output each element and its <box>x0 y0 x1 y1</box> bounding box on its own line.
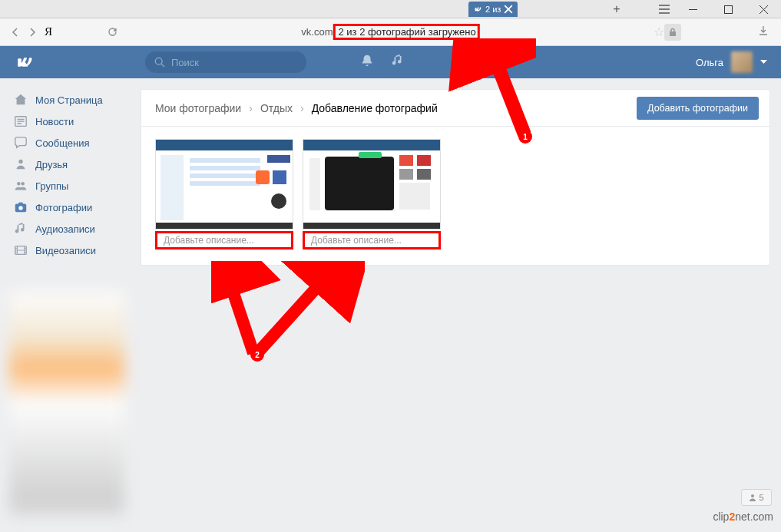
photo-thumbnail[interactable] <box>303 139 441 230</box>
description-placeholder: Добавьте описание... <box>164 235 254 246</box>
friends-icon <box>14 157 28 171</box>
nav-back-button[interactable] <box>8 25 23 40</box>
tab-close-icon[interactable] <box>504 5 513 14</box>
chevron-right-icon: › <box>300 102 304 114</box>
annotation-marker-1: 1 <box>518 130 532 144</box>
description-placeholder: Добавьте описание... <box>311 235 402 246</box>
add-photos-button[interactable]: Добавить фотографии <box>637 97 759 120</box>
username: Ольга <box>696 57 723 68</box>
chevron-right-icon: › <box>249 102 253 114</box>
share-count: 5 <box>759 493 763 502</box>
sidebar-item-label: Новости <box>35 116 74 127</box>
downloads-icon[interactable] <box>758 25 769 39</box>
sidebar-item-label: Группы <box>35 180 68 192</box>
svg-rect-0 <box>724 5 732 13</box>
sidebar-item-audio[interactable]: Аудиозаписи <box>11 218 127 240</box>
notifications-icon[interactable] <box>360 54 376 71</box>
lock-icon[interactable] <box>664 24 681 41</box>
yandex-button[interactable]: Я <box>45 25 60 38</box>
sidebar-item-label: Моя Страница <box>35 94 103 106</box>
sidebar-item-my-page[interactable]: Моя Страница <box>11 89 127 111</box>
browser-tab[interactable]: 2 из <box>468 2 518 17</box>
music-icon[interactable] <box>391 54 406 71</box>
svg-point-6 <box>21 182 25 186</box>
sidebar-ad-area <box>9 292 124 514</box>
breadcrumb-album[interactable]: Отдых <box>260 102 293 114</box>
refresh-button[interactable] <box>104 25 120 40</box>
address-bar: Я vk.com 2 из 2 фотографий загружено ☆ <box>0 18 781 46</box>
user-menu[interactable]: Ольга <box>696 51 767 73</box>
svg-rect-9 <box>18 203 22 205</box>
svg-point-5 <box>17 182 21 186</box>
sidebar-item-label: Сообщения <box>35 137 90 149</box>
video-icon <box>14 243 28 257</box>
svg-point-8 <box>18 206 22 210</box>
sidebar-item-label: Фотографии <box>35 202 92 213</box>
chevron-down-icon <box>760 60 767 64</box>
news-icon <box>14 114 28 128</box>
sidebar-item-news[interactable]: Новости <box>11 111 127 132</box>
svg-rect-1 <box>670 31 676 36</box>
annotation-arrow-2 <box>211 261 365 361</box>
breadcrumb: Мои фотографии › Отдых › Добавление фото… <box>155 102 438 114</box>
search-icon <box>154 57 165 68</box>
tab-title: 2 из <box>485 5 501 14</box>
search-placeholder: Поиск <box>171 57 199 68</box>
sidebar-item-messages[interactable]: Сообщения <box>11 132 127 154</box>
sidebar: Моя Страница Новости Сообщения Друзья Гр… <box>0 78 127 266</box>
menu-button[interactable] <box>653 0 676 18</box>
url-display[interactable]: vk.com 2 из 2 фотографий загружено <box>301 24 479 40</box>
watermark: clip2net.com <box>713 511 773 523</box>
vk-header: Поиск Ольга <box>0 46 781 78</box>
photo-description-input[interactable]: Добавьте описание... <box>303 231 441 249</box>
vk-favicon-icon <box>473 5 482 14</box>
sidebar-item-label: Аудиозаписи <box>35 223 95 235</box>
photo-card: Добавьте описание... <box>303 139 441 249</box>
photo-thumbnail[interactable] <box>155 139 293 230</box>
vk-logo-icon[interactable] <box>12 51 34 73</box>
url-title-highlight: 2 из 2 фотографий загружено <box>338 26 475 38</box>
camera-icon <box>14 200 28 214</box>
share-badge[interactable]: 5 <box>741 489 772 506</box>
window-minimize-button[interactable] <box>675 0 710 18</box>
home-icon <box>14 93 28 107</box>
window-maximize-button[interactable] <box>710 0 746 18</box>
annotation-arrow-1 <box>413 38 536 142</box>
window-titlebar: 2 из + <box>0 0 781 18</box>
sidebar-item-video[interactable]: Видеозаписи <box>11 240 127 261</box>
search-input[interactable]: Поиск <box>145 51 306 73</box>
sidebar-item-groups[interactable]: Группы <box>11 175 127 197</box>
sidebar-item-label: Друзья <box>35 159 68 170</box>
audio-icon <box>14 222 28 236</box>
window-close-button[interactable] <box>746 0 781 18</box>
annotation-marker-2: 2 <box>250 348 264 362</box>
bookmark-star-icon[interactable]: ☆ <box>654 25 664 39</box>
url-domain: vk.com <box>301 26 333 38</box>
groups-icon <box>14 179 28 193</box>
sidebar-item-photos[interactable]: Фотографии <box>11 197 127 218</box>
svg-point-4 <box>18 160 22 164</box>
new-tab-button[interactable]: + <box>605 0 628 18</box>
person-icon <box>749 494 756 501</box>
photo-card: Добавьте описание... <box>155 139 293 249</box>
photo-description-input[interactable]: Добавьте описание... <box>155 231 293 249</box>
messages-icon <box>14 136 28 150</box>
nav-forward-button[interactable] <box>25 25 40 40</box>
breadcrumb-root[interactable]: Мои фотографии <box>155 102 241 114</box>
sidebar-item-friends[interactable]: Друзья <box>11 154 127 175</box>
sidebar-item-label: Видеозаписи <box>35 245 96 256</box>
svg-point-2 <box>155 58 162 64</box>
avatar <box>731 51 753 73</box>
svg-point-13 <box>751 494 754 497</box>
